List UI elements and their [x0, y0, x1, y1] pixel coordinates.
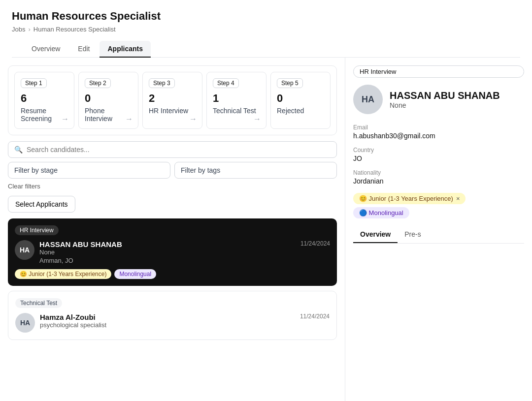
card-left-1: HA Hamza Al-Zoubi psychological speciali…: [15, 313, 106, 333]
email-value: h.abushanb30@gmail.com: [353, 132, 524, 140]
tag-0-0: 😊 Junior (1-3 Years Experience): [15, 269, 111, 279]
step-1-label: Step 1: [21, 78, 47, 88]
country-label: Country: [353, 147, 524, 154]
card-info-1: Hamza Al-Zoubi psychological specialist: [40, 313, 106, 329]
step-3-label: Step 3: [149, 78, 175, 88]
step-5-label: Step 5: [277, 78, 303, 88]
content-area: Step 1 6 Resume Screening → Step 2 0 Pho…: [0, 58, 532, 401]
tab-edit[interactable]: Edit: [70, 41, 98, 58]
right-stage-badge: HR Interview: [353, 65, 524, 78]
tab-overview[interactable]: Overview: [24, 41, 68, 58]
breadcrumb-separator: ›: [28, 26, 30, 33]
clear-filters-link[interactable]: Clear filters: [8, 183, 337, 190]
card-info-0: HASSAN ABU SHANAB None Amman, JO: [39, 240, 122, 264]
card-tags-0: 😊 Junior (1-3 Years Experience) Monoling…: [15, 269, 330, 279]
filter-row: Filter by stage Filter by tags: [8, 162, 337, 179]
step-4-count: 1: [213, 92, 260, 105]
applicants-list: HR Interview HA HASSAN ABU SHANAB None A…: [8, 218, 337, 393]
tags-filter[interactable]: Filter by tags: [174, 162, 337, 179]
breadcrumb: Jobs › Human Resources Specialist: [12, 26, 520, 33]
step-card-5[interactable]: Step 5 0 Rejected: [270, 72, 331, 129]
search-input[interactable]: [27, 146, 331, 154]
step-1-count: 6: [21, 92, 68, 105]
step-card-1[interactable]: Step 1 6 Resume Screening →: [14, 72, 74, 129]
step-card-2[interactable]: Step 2 0 Phone Interview →: [78, 72, 138, 129]
candidate-sub: None: [390, 101, 500, 109]
step-2-arrow: →: [125, 115, 133, 123]
main-tabs: Overview Edit Applicants: [12, 41, 520, 58]
email-label: Email: [353, 124, 524, 131]
card-name-0: HASSAN ABU SHANAB: [39, 240, 122, 248]
step-2-count: 0: [85, 92, 132, 105]
card-row-1: HA Hamza Al-Zoubi psychological speciali…: [15, 313, 330, 333]
breadcrumb-current: Human Resources Specialist: [33, 26, 116, 33]
card-left-0: HA HASSAN ABU SHANAB None Amman, JO: [15, 240, 122, 264]
applicant-card-0[interactable]: HR Interview HA HASSAN ABU SHANAB None A…: [8, 218, 337, 286]
card-row-0: HA HASSAN ABU SHANAB None Amman, JO 11/2…: [15, 240, 330, 264]
card-date-1: 11/24/2024: [300, 313, 330, 320]
right-tag-1-label: 🔵 Monolingual: [359, 209, 403, 216]
step-1-arrow: →: [61, 115, 69, 123]
right-tag-0: 😊 Junior (1-3 Years Experience) ×: [353, 193, 466, 204]
step-card-3[interactable]: Step 3 2 HR Interview →: [142, 72, 202, 129]
steps-row: Step 1 6 Resume Screening → Step 2 0 Pho…: [8, 65, 337, 135]
search-box: 🔍: [8, 141, 337, 158]
step-2-label: Step 2: [85, 78, 111, 88]
card-name-1: Hamza Al-Zoubi: [40, 313, 106, 321]
page: Human Resources Specialist Jobs › Human …: [0, 0, 532, 401]
breadcrumb-jobs[interactable]: Jobs: [12, 26, 25, 33]
step-5-name: Rejected: [277, 107, 324, 115]
email-row: Email h.abushanb30@gmail.com: [353, 124, 524, 140]
stage-filter-wrap: Filter by stage: [8, 162, 170, 179]
step-5-count: 0: [277, 92, 324, 105]
step-card-4[interactable]: Step 4 1 Technical Test →: [206, 72, 266, 129]
candidate-avatar: HA: [353, 85, 383, 114]
candidate-info: HASSAN ABU SHANAB None: [390, 90, 500, 109]
step-4-arrow: →: [253, 115, 261, 123]
country-value: JO: [353, 154, 524, 162]
left-panel: Step 1 6 Resume Screening → Step 2 0 Pho…: [0, 58, 345, 401]
right-tab-pres[interactable]: Pre-s: [398, 226, 428, 243]
right-tag-0-remove[interactable]: ×: [456, 195, 460, 202]
step-4-name: Technical Test: [213, 107, 260, 115]
stage-badge-0: HR Interview: [15, 225, 59, 235]
avatar-1: HA: [15, 313, 35, 333]
card-sub-0: None: [39, 248, 122, 256]
tags-filter-wrap: Filter by tags: [174, 162, 337, 179]
step-4-label: Step 4: [213, 78, 239, 88]
step-3-name: HR Interview: [149, 107, 196, 115]
card-sub-1: psychological specialist: [40, 321, 106, 329]
right-tabs: Overview Pre-s: [353, 226, 524, 244]
candidate-name: HASSAN ABU SHANAB: [390, 90, 500, 101]
filters-section: 🔍 Filter by stage Filter by tags: [8, 141, 337, 190]
card-location-0: Amman, JO: [39, 257, 122, 264]
step-3-count: 2: [149, 92, 196, 105]
right-tags: 😊 Junior (1-3 Years Experience) × 🔵 Mono…: [353, 193, 524, 218]
right-tag-0-label: 😊 Junior (1-3 Years Experience): [359, 195, 453, 202]
avatar-0: HA: [15, 240, 34, 260]
stage-filter[interactable]: Filter by stage: [8, 162, 170, 179]
page-header: Human Resources Specialist Jobs › Human …: [0, 0, 532, 58]
nationality-row: Nationality Jordanian: [353, 169, 524, 185]
right-tab-overview[interactable]: Overview: [353, 226, 398, 243]
tab-applicants[interactable]: Applicants: [100, 41, 151, 58]
info-section: Email h.abushanb30@gmail.com Country JO …: [353, 124, 524, 185]
page-title: Human Resources Specialist: [12, 10, 520, 23]
search-icon: 🔍: [14, 146, 23, 154]
select-applicants-button[interactable]: Select Applicants: [8, 196, 75, 213]
candidate-header: HA HASSAN ABU SHANAB None: [353, 85, 524, 114]
step-3-arrow: →: [189, 115, 197, 123]
right-panel: HR Interview HA HASSAN ABU SHANAB None E…: [345, 58, 532, 401]
nationality-label: Nationality: [353, 169, 524, 176]
country-row: Country JO: [353, 147, 524, 162]
card-date-0: 11/24/2024: [300, 240, 330, 247]
nationality-value: Jordanian: [353, 177, 524, 185]
stage-badge-1: Technical Test: [15, 298, 62, 308]
tag-0-1: Monolingual: [114, 269, 156, 279]
right-tag-1: 🔵 Monolingual: [353, 207, 409, 218]
applicant-card-1[interactable]: Technical Test HA Hamza Al-Zoubi psychol…: [8, 291, 337, 340]
